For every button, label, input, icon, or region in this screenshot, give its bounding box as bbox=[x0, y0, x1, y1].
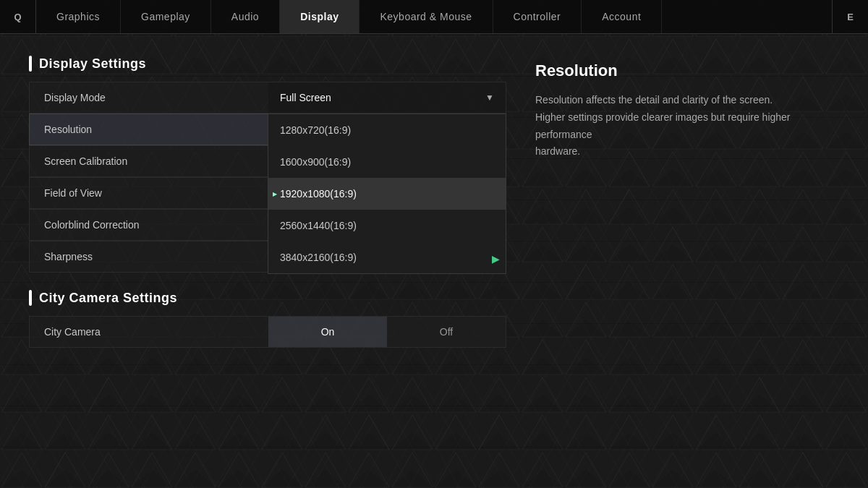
info-description: Resolution affects the detail and clarit… bbox=[535, 92, 839, 160]
dropdown-option-4k[interactable]: 3840x2160(16:9) ▶ bbox=[268, 241, 506, 273]
cursor-icon: ▶ bbox=[492, 253, 500, 265]
city-camera-header: City Camera Settings bbox=[29, 290, 506, 306]
city-camera-label: City Camera bbox=[30, 326, 268, 338]
colorblind-label: Colorblind Correction bbox=[30, 219, 268, 231]
info-title: Resolution bbox=[535, 61, 839, 80]
selected-check-icon: ▶ bbox=[273, 191, 278, 197]
nav-right-icon[interactable]: E bbox=[832, 0, 868, 33]
left-panel: Display Settings Display Mode Full Scree… bbox=[29, 56, 506, 348]
city-camera-row: City Camera On Off bbox=[29, 316, 506, 348]
main-content: Display Settings Display Mode Full Scree… bbox=[0, 34, 868, 369]
tab-keyboard[interactable]: Keyboard & Mouse bbox=[359, 0, 493, 33]
tab-graphics[interactable]: Graphics bbox=[36, 0, 121, 33]
dropdown-option-900[interactable]: 1600x900(16:9) bbox=[268, 146, 506, 178]
city-camera-section: City Camera Settings City Camera On Off bbox=[29, 290, 506, 348]
city-camera-title: City Camera Settings bbox=[39, 291, 177, 306]
tab-audio[interactable]: Audio bbox=[211, 0, 280, 33]
tab-gameplay[interactable]: Gameplay bbox=[121, 0, 211, 33]
resolution-dropdown: 1280x720(16:9) 1600x900(16:9) ▶ 1920x108… bbox=[268, 114, 506, 274]
navbar: Q Graphics Gameplay Audio Display Keyboa… bbox=[0, 0, 868, 34]
resolution-label: Resolution bbox=[30, 124, 268, 135]
display-settings-title: Display Settings bbox=[39, 56, 146, 72]
screen-cal-label: Screen Calibration bbox=[30, 155, 268, 167]
display-mode-value[interactable]: Full Screen ▼ bbox=[268, 82, 506, 113]
nav-left-icon[interactable]: Q bbox=[0, 0, 36, 33]
city-section-bar bbox=[29, 290, 32, 306]
info-panel: Resolution Resolution affects the detail… bbox=[535, 56, 839, 348]
tab-display[interactable]: Display bbox=[280, 0, 359, 33]
tab-account[interactable]: Account bbox=[582, 0, 662, 33]
display-mode-arrow: ▼ bbox=[485, 93, 494, 103]
dropdown-option-1080[interactable]: ▶ 1920x1080(16:9) bbox=[268, 178, 506, 210]
dropdown-option-1440[interactable]: 2560x1440(16:9) bbox=[268, 210, 506, 241]
tab-controller[interactable]: Controller bbox=[493, 0, 582, 33]
city-camera-toggle: On Off bbox=[268, 317, 506, 347]
nav-spacer bbox=[662, 0, 832, 33]
setting-row-display-mode[interactable]: Display Mode Full Screen ▼ bbox=[29, 82, 506, 114]
sharpness-label: Sharpness bbox=[30, 251, 268, 262]
city-camera-off-button[interactable]: Off bbox=[387, 317, 506, 347]
city-camera-on-button[interactable]: On bbox=[268, 317, 387, 347]
dropdown-option-720[interactable]: 1280x720(16:9) bbox=[268, 114, 506, 146]
display-mode-label: Display Mode bbox=[30, 92, 268, 103]
settings-container: Display Mode Full Screen ▼ Resolution 19… bbox=[29, 82, 506, 273]
display-settings-header: Display Settings bbox=[29, 56, 506, 72]
section-bar bbox=[29, 56, 32, 72]
fov-label: Field of View bbox=[30, 187, 268, 199]
